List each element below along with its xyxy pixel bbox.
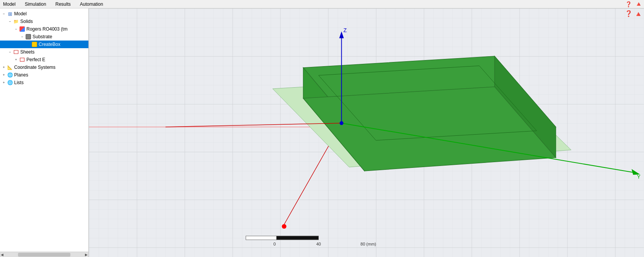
createbox-icon	[31, 41, 37, 47]
svg-text:0: 0	[273, 242, 276, 246]
menu-simulation[interactable]: Simulation	[23, 1, 48, 8]
tree-node-model[interactable]: − ⊞ Model	[0, 10, 88, 18]
model-icon: ⊞	[7, 11, 13, 17]
main-layout: − ⊞ Model − 📁 Solids − Rogers RO4003 (tm	[0, 8, 644, 257]
coordinate-icon: 📐	[7, 64, 13, 70]
lists-icon: 🌐	[7, 80, 13, 86]
perfecte-icon	[19, 57, 25, 63]
tree-node-planes[interactable]: + 🌐 Planes	[0, 71, 88, 79]
menu-automation[interactable]: Automation	[78, 1, 105, 8]
help-viewport-icon[interactable]: ❓	[625, 10, 633, 18]
expand-solids[interactable]: −	[8, 19, 12, 24]
tree-label-lists: Lists	[14, 80, 24, 85]
svg-text:Z: Z	[344, 27, 347, 33]
tree-label-sheets: Sheets	[20, 49, 34, 55]
rogers-icon	[19, 26, 25, 32]
menubar: Model Simulation Results Automation ❓ 🔺	[0, 0, 644, 8]
expand-perfecte[interactable]: +	[14, 57, 18, 62]
tree-node-substrate[interactable]: − Substrate	[0, 33, 88, 41]
expand-model[interactable]: −	[2, 11, 6, 16]
svg-point-19	[340, 121, 344, 125]
tree-label-rogers: Rogers RO4003 (tm	[26, 26, 67, 32]
expand-lists[interactable]: +	[2, 80, 6, 85]
sheets-icon	[13, 49, 19, 55]
substrate-icon	[25, 34, 31, 40]
planes-icon: 🌐	[7, 72, 13, 78]
tree-node-lists[interactable]: + 🌐 Lists	[0, 79, 88, 86]
scene-svg: Z Y 0 40 80 (mm)	[89, 8, 644, 257]
svg-text:Y: Y	[637, 174, 641, 180]
tree-label-createbox: CreateBox	[39, 42, 60, 47]
expand-createbox[interactable]	[26, 42, 31, 47]
tree-node-rogers[interactable]: − Rogers RO4003 (tm	[0, 25, 88, 33]
expand-coordinate[interactable]: +	[2, 65, 6, 70]
ansys-brand-icon: 🔺	[634, 10, 642, 18]
tree-label-planes: Planes	[14, 72, 28, 78]
expand-planes[interactable]: +	[2, 73, 6, 77]
svg-text:80 (mm): 80 (mm)	[360, 242, 376, 246]
tree-label-substrate: Substrate	[33, 34, 52, 39]
svg-point-5	[282, 224, 287, 229]
tree-node-coordinate[interactable]: + 📐 Coordinate Systems	[0, 63, 88, 71]
tree-label-perfecte: Perfect E	[26, 57, 45, 62]
menu-model[interactable]: Model	[2, 1, 17, 8]
scroll-left-arrow[interactable]: ◀	[1, 253, 3, 257]
scroll-right-arrow[interactable]: ▶	[85, 253, 88, 257]
expand-rogers[interactable]: −	[14, 27, 18, 31]
tree-label-solids: Solids	[20, 19, 33, 24]
tree-node-perfecte[interactable]: + Perfect E	[0, 56, 88, 63]
tree-content: − ⊞ Model − 📁 Solids − Rogers RO4003 (tm	[0, 8, 88, 252]
tree-scrollbar[interactable]: ◀ ▶	[0, 252, 88, 257]
viewport[interactable]: Z Y 0 40 80 (mm) ❓ 🔺	[89, 8, 644, 257]
tree-node-createbox[interactable]: CreateBox	[0, 41, 88, 48]
menu-results[interactable]: Results	[54, 1, 72, 8]
svg-rect-21	[277, 236, 319, 240]
tree-label-coordinate: Coordinate Systems	[14, 65, 55, 70]
expand-substrate[interactable]: −	[20, 34, 24, 39]
tree-label-model: Model	[14, 11, 27, 16]
tree-node-sheets[interactable]: − Sheets	[0, 48, 88, 56]
svg-rect-20	[246, 236, 277, 240]
ansys-logo-icon: 🔺	[635, 0, 642, 8]
solids-icon: 📁	[13, 18, 19, 24]
viewport-icons: ❓ 🔺	[625, 10, 642, 18]
help-icon[interactable]: ❓	[625, 1, 632, 7]
svg-text:40: 40	[316, 242, 321, 246]
tree-hscroll-thumb[interactable]	[18, 253, 70, 257]
tree-panel: − ⊞ Model − 📁 Solids − Rogers RO4003 (tm	[0, 8, 89, 257]
tree-node-solids[interactable]: − 📁 Solids	[0, 18, 88, 25]
expand-sheets[interactable]: −	[8, 50, 12, 54]
